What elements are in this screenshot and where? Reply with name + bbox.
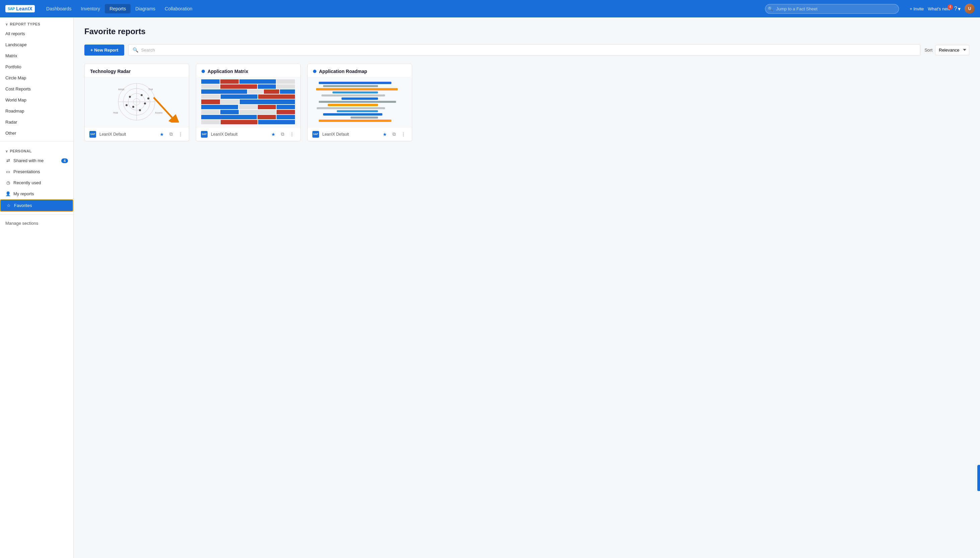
nav-collaboration[interactable]: Collaboration [160,4,197,13]
sidebar-label: Presentations [13,169,40,174]
nav-items: Dashboards Inventory Reports Diagrams Co… [41,4,758,13]
svg-point-7 [129,96,131,98]
sidebar-item-shared-with-me[interactable]: ⇄ Shared with me 4 [0,155,73,166]
copy-button[interactable]: ⧉ [391,131,397,138]
sidebar-label: Portfolio [5,64,21,69]
card-title: Application Roadmap [319,69,367,74]
sidebar-label: Shared with me [13,158,44,163]
sidebar-item-portfolio[interactable]: Portfolio [0,61,73,72]
sidebar-item-favorites[interactable]: ☆ Favorites [0,199,73,212]
sidebar-label: Circle Map [5,75,26,80]
whatsnew-button[interactable]: What's new 4 [928,7,950,11]
logo[interactable]: SAP LeanIX [5,5,35,12]
sidebar-item-other[interactable]: Other [0,128,73,139]
person-icon: 👤 [5,191,11,196]
support-button[interactable]: Support [977,465,980,491]
card-actions: ★ ⧉ ⋮ [381,131,407,138]
report-types-chevron: ∨ [5,23,8,26]
clock-icon: ◷ [5,180,11,185]
sidebar-label: World Map [5,97,26,102]
personal-chevron: ∨ [5,149,8,153]
avatar[interactable]: U [965,4,975,14]
matrix-grid [201,79,295,125]
more-button[interactable]: ⋮ [400,131,407,138]
invite-button[interactable]: + Invite [910,7,924,11]
copy-button[interactable]: ⧉ [168,131,174,138]
svg-text:Adopt: Adopt [118,88,124,91]
sidebar-item-world-map[interactable]: World Map [0,94,73,105]
main-content: Favorite reports + New Report 🔍 Sort Rel… [74,17,980,558]
report-types-header: ∨ REPORT TYPES [0,17,73,28]
card-header-application-roadmap: Application Roadmap [308,64,412,77]
report-card-technology-radar[interactable]: Technology Radar [84,64,189,141]
sidebar-item-recently-used[interactable]: ◷ Recently used [0,177,73,188]
sort-area: Sort Relevance Name Date Type [924,45,969,55]
more-button[interactable]: ⋮ [177,131,184,138]
card-header-application-matrix: Application Matrix [196,64,300,77]
nav-dashboards[interactable]: Dashboards [41,4,76,13]
sidebar-item-cost-reports[interactable]: Cost Reports [0,84,73,94]
search-input[interactable] [141,48,916,53]
sidebar-label: Other [5,131,16,136]
manage-sections[interactable]: Manage sections [0,217,73,229]
new-report-button[interactable]: + New Report [84,44,124,56]
sidebar-item-matrix[interactable]: Matrix [0,50,73,61]
help-button[interactable]: ? ▾ [954,6,960,12]
card-actions: ★ ⧉ ⋮ [270,131,296,138]
sidebar-label: Roadmap [5,108,24,113]
card-footer-roadmap: SAP LeanIX Default ★ ⧉ ⋮ [308,127,412,141]
sidebar-label: Radar [5,120,17,125]
card-title: Application Matrix [208,69,248,74]
sidebar-item-radar[interactable]: Radar [0,117,73,128]
report-card-application-roadmap[interactable]: Application Roadmap [307,64,412,141]
svg-point-11 [126,104,128,106]
logo-leanix-text: LeanIX [16,6,33,11]
search-bar: 🔍 [128,44,920,56]
navbar-search-input[interactable] [765,4,899,14]
sidebar-item-circle-map[interactable]: Circle Map [0,72,73,84]
nav-reports[interactable]: Reports [105,4,131,13]
sidebar-item-presentations[interactable]: ▭ Presentations [0,166,73,177]
favorite-button[interactable]: ★ [270,131,277,138]
sidebar-label: My reports [13,191,34,196]
favorite-button[interactable]: ★ [158,131,166,138]
whatsnew-badge: 4 [947,4,953,10]
cards-grid: Technology Radar [84,64,969,141]
nav-inventory[interactable]: Inventory [76,4,105,13]
card-logo: SAP [312,131,319,138]
favorite-button[interactable]: ★ [381,131,388,138]
card-title: Technology Radar [90,69,131,74]
sidebar-item-landscape[interactable]: Landscape [0,39,73,50]
sidebar-item-all-reports[interactable]: All reports [0,28,73,39]
help-chevron: ▾ [958,6,960,12]
more-button[interactable]: ⋮ [288,131,296,138]
presentation-icon: ▭ [5,169,11,174]
sidebar-item-my-reports[interactable]: 👤 My reports [0,188,73,199]
sidebar-divider [0,141,73,142]
card-owner: LeanIX Default [100,132,155,137]
sidebar-label: Landscape [5,42,27,47]
sidebar-item-roadmap[interactable]: Roadmap [0,105,73,117]
sidebar-divider-2 [0,214,73,215]
sidebar-label: Cost Reports [5,86,31,92]
sidebar: ∨ REPORT TYPES All reports Landscape Mat… [0,17,74,558]
card-logo: SAP [201,131,208,138]
sort-select[interactable]: Relevance Name Date Type [935,45,969,55]
navbar-actions: + Invite What's new 4 ? ▾ U [910,4,975,14]
personal-header: ∨ PERSONAL [0,144,73,155]
roadmap-bars [313,80,406,123]
navbar: SAP LeanIX Dashboards Inventory Reports … [0,0,980,17]
copy-button[interactable]: ⧉ [280,131,285,138]
navbar-search-area: 🔍 [765,4,899,14]
nav-diagrams[interactable]: Diagrams [131,4,160,13]
card-dot [313,70,316,73]
card-owner: LeanIX Default [211,132,267,137]
card-owner: LeanIX Default [323,132,378,137]
sidebar-label: Recently used [13,180,41,185]
report-card-application-matrix[interactable]: Application Matrix [196,64,301,141]
svg-point-12 [147,97,149,100]
layout: ∨ REPORT TYPES All reports Landscape Mat… [0,17,980,558]
help-icon: ? [954,6,957,12]
sidebar-label: All reports [5,31,25,36]
svg-text:Hold: Hold [113,112,118,114]
